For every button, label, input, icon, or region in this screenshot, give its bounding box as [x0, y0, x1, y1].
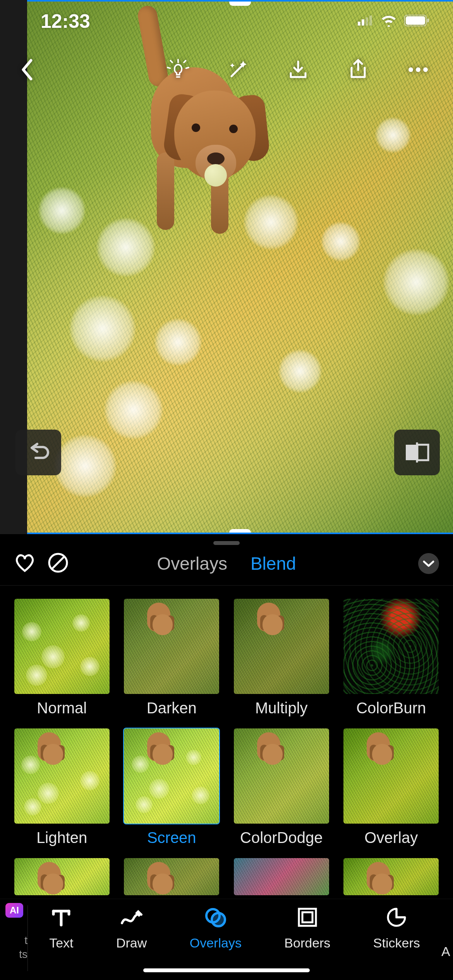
editor-top-toolbar — [0, 58, 453, 81]
svg-rect-2 — [365, 17, 368, 26]
undo-button[interactable] — [15, 430, 61, 475]
tab-blend[interactable]: Blend — [251, 553, 296, 574]
blend-label: ColorDodge — [240, 829, 323, 846]
more-options-icon[interactable] — [407, 58, 430, 81]
effects-panel: Overlays Blend Normal Darken Multiply — [0, 534, 453, 899]
svg-point-14 — [416, 67, 420, 72]
collapse-panel-button[interactable] — [418, 553, 439, 574]
magic-wand-icon[interactable] — [226, 58, 250, 81]
compare-original-button[interactable] — [394, 430, 440, 475]
no-effect-icon[interactable] — [47, 552, 69, 575]
favorite-icon[interactable] — [14, 553, 36, 574]
svg-line-8 — [168, 67, 170, 68]
tab-overlays[interactable]: Overlays — [157, 553, 227, 574]
blend-label: Screen — [147, 829, 196, 846]
svg-line-10 — [170, 61, 172, 63]
battery-icon — [404, 15, 430, 28]
home-indicator[interactable] — [143, 968, 310, 972]
tool-borders[interactable]: Borders — [284, 905, 330, 951]
panel-header: Overlays Blend — [0, 545, 453, 586]
tool-stickers[interactable]: Stickers — [373, 905, 420, 951]
share-icon[interactable] — [347, 58, 370, 81]
blend-item-partial[interactable] — [14, 858, 110, 895]
blend-item-multiply[interactable]: Multiply — [233, 599, 329, 717]
blend-label: Lighten — [36, 829, 87, 846]
cellular-icon — [358, 15, 373, 27]
wifi-icon — [380, 14, 397, 28]
tool-label: Draw — [116, 935, 147, 951]
blend-item-partial[interactable] — [343, 858, 439, 895]
blend-label: Normal — [37, 699, 87, 717]
svg-line-9 — [186, 67, 189, 68]
stickers-icon — [384, 905, 408, 929]
blend-label: Multiply — [255, 699, 308, 717]
status-time: 12:33 — [41, 10, 90, 33]
download-icon[interactable] — [287, 58, 310, 81]
overlays-icon — [204, 905, 228, 929]
blend-item-screen[interactable]: Screen — [124, 728, 220, 846]
tool-text[interactable]: Text — [49, 905, 73, 951]
blend-label: Darken — [147, 699, 197, 717]
tool-draw[interactable]: Draw — [116, 905, 147, 951]
toolbar-scroll-next[interactable]: A — [441, 905, 453, 959]
blend-item-partial[interactable] — [233, 858, 329, 895]
svg-line-11 — [184, 61, 186, 63]
blend-item-colorburn[interactable]: ColorBurn — [343, 599, 439, 717]
svg-rect-16 — [406, 445, 417, 460]
tool-label: Overlays — [190, 935, 242, 951]
blend-item-normal[interactable]: Normal — [14, 599, 110, 717]
ai-badge[interactable]: AI — [5, 903, 23, 918]
svg-rect-6 — [427, 19, 429, 22]
blend-label: Overlay — [364, 829, 418, 846]
svg-rect-17 — [417, 445, 428, 460]
blend-label: ColorBurn — [356, 699, 426, 717]
tool-label: Text — [49, 935, 73, 951]
auto-enhance-icon[interactable] — [166, 58, 190, 81]
editor-canvas-area: 12:33 — [0, 0, 453, 534]
blend-item-overlay[interactable]: Overlay — [343, 728, 439, 846]
blend-item-lighten[interactable]: Lighten — [14, 728, 110, 846]
svg-point-15 — [423, 67, 428, 72]
blend-mode-grid: Normal Darken Multiply ColorBurn Lighten — [0, 586, 453, 895]
blend-item-partial[interactable] — [124, 858, 220, 895]
svg-rect-1 — [362, 19, 364, 26]
svg-rect-3 — [369, 15, 372, 26]
blend-item-darken[interactable]: Darken — [124, 599, 220, 717]
draw-icon — [120, 905, 144, 929]
text-icon — [49, 905, 73, 929]
blend-item-colordodge[interactable]: ColorDodge — [233, 728, 329, 846]
status-bar: 12:33 — [0, 0, 453, 43]
svg-rect-5 — [406, 16, 425, 25]
svg-line-20 — [52, 557, 64, 569]
borders-icon — [295, 905, 319, 929]
tool-label: Borders — [284, 935, 330, 951]
svg-rect-0 — [358, 22, 360, 26]
bottom-toolbar: AI t ts Text Draw Overlays Borders — [0, 899, 453, 980]
svg-rect-25 — [302, 912, 312, 922]
panel-drag-handle[interactable] — [213, 541, 240, 545]
back-button[interactable] — [15, 58, 39, 81]
crop-handle-bottom[interactable] — [229, 529, 251, 534]
tool-overlays[interactable]: Overlays — [190, 905, 242, 951]
tool-label: Stickers — [373, 935, 420, 951]
svg-point-13 — [408, 67, 413, 72]
